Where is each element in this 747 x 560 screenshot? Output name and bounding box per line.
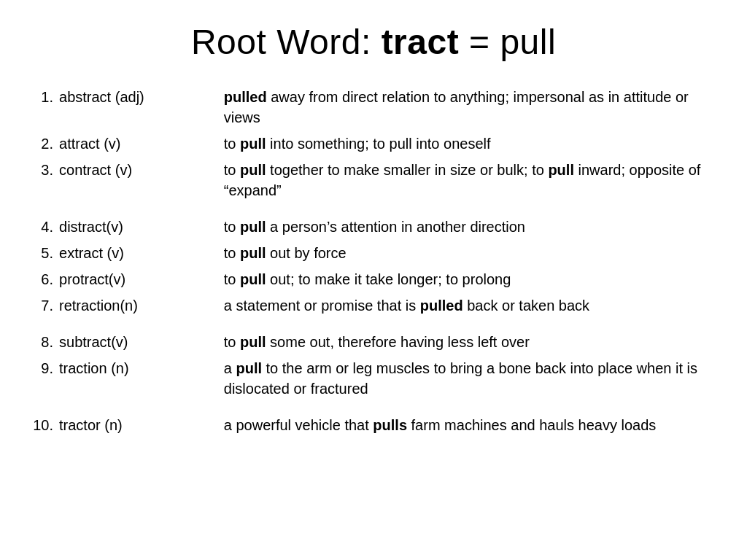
entry-number: 2. bbox=[29, 131, 59, 157]
entry-number: 1. bbox=[29, 84, 59, 131]
table-row: 6.protract(v)to pull out; to make it tak… bbox=[29, 266, 718, 292]
entry-number: 9. bbox=[29, 355, 59, 402]
entry-definition: pulled away from direct relation to anyt… bbox=[224, 84, 718, 131]
table-row: 5.extract (v)to pull out by force bbox=[29, 240, 718, 266]
entry-number: 8. bbox=[29, 329, 59, 355]
entry-definition: a pull to the arm or leg muscles to brin… bbox=[224, 355, 718, 402]
title-suffix: = pull bbox=[459, 23, 556, 61]
table-row: 8.subtract(v)to pull some out, therefore… bbox=[29, 329, 718, 355]
entry-number: 3. bbox=[29, 157, 59, 203]
entry-word: traction (n) bbox=[59, 355, 224, 402]
entry-number: 7. bbox=[29, 292, 59, 319]
entry-number: 6. bbox=[29, 266, 59, 292]
entry-word: attract (v) bbox=[59, 131, 224, 157]
table-row: 2.attract (v)to pull into something; to … bbox=[29, 131, 718, 157]
table-row: 3.contract (v)to pull together to make s… bbox=[29, 157, 718, 203]
table-row: 9.traction (n)a pull to the arm or leg m… bbox=[29, 355, 718, 402]
entry-word: contract (v) bbox=[59, 157, 224, 203]
entry-word: abstract (adj) bbox=[59, 84, 224, 131]
entry-definition: to pull some out, therefore having less … bbox=[224, 329, 718, 355]
table-row: 10.tractor (n)a powerful vehicle that pu… bbox=[29, 412, 718, 438]
entry-definition: to pull together to make smaller in size… bbox=[224, 157, 718, 203]
entry-word: distract(v) bbox=[59, 214, 224, 240]
entry-word: protract(v) bbox=[59, 266, 224, 292]
entry-definition: to pull out by force bbox=[224, 240, 718, 266]
entry-word: retraction(n) bbox=[59, 292, 224, 319]
entry-word: tractor (n) bbox=[59, 412, 224, 438]
vocabulary-table: 1.abstract (adj)pulled away from direct … bbox=[29, 84, 718, 438]
entry-definition: to pull out; to make it take longer; to … bbox=[224, 266, 718, 292]
table-row: 7.retraction(n)a statement or promise th… bbox=[29, 292, 718, 319]
page-title: Root Word: tract = pull bbox=[29, 22, 718, 62]
table-row: 4.distract(v)to pull a person’s attentio… bbox=[29, 214, 718, 240]
entry-definition: a powerful vehicle that pulls farm machi… bbox=[224, 412, 718, 438]
title-prefix: Root Word: bbox=[191, 23, 382, 61]
entry-word: subtract(v) bbox=[59, 329, 224, 355]
table-row: 1.abstract (adj)pulled away from direct … bbox=[29, 84, 718, 131]
entry-number: 5. bbox=[29, 240, 59, 266]
entry-number: 10. bbox=[29, 412, 59, 438]
entry-definition: to pull a person’s attention in another … bbox=[224, 214, 718, 240]
entry-definition: to pull into something; to pull into one… bbox=[224, 131, 718, 157]
entry-number: 4. bbox=[29, 214, 59, 240]
title-bold: tract bbox=[382, 23, 460, 61]
entry-definition: a statement or promise that is pulled ba… bbox=[224, 292, 718, 319]
entry-word: extract (v) bbox=[59, 240, 224, 266]
